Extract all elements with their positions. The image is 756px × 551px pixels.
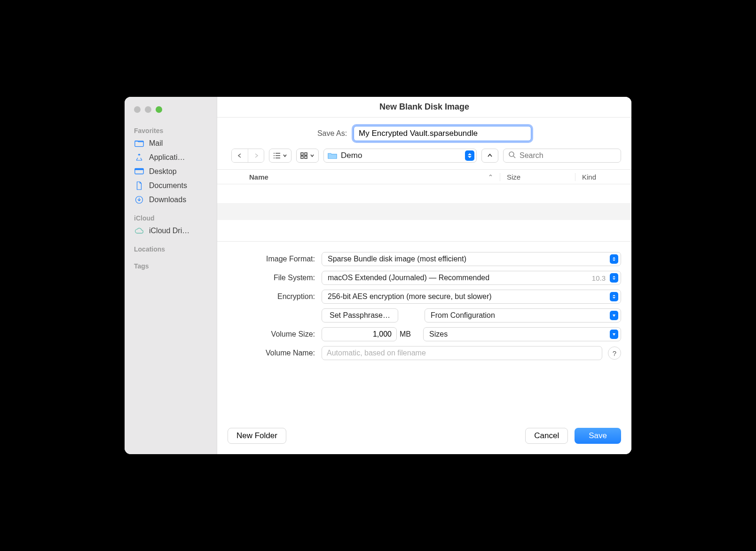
minimize-window-icon[interactable]: [145, 106, 151, 113]
window-controls: [125, 105, 217, 121]
collapse-button[interactable]: [481, 149, 498, 163]
select-arrow-icon: [610, 292, 618, 301]
applications-icon: [134, 153, 144, 162]
sidebar-header-favorites: Favorites: [134, 124, 217, 136]
back-button[interactable]: [232, 149, 248, 162]
sidebar-item-mail[interactable]: Mail: [134, 136, 217, 150]
svg-rect-6: [301, 156, 303, 158]
search-input[interactable]: [520, 151, 616, 160]
save-as-input[interactable]: [354, 126, 531, 141]
image-format-label: Image Format:: [228, 255, 322, 263]
column-name[interactable]: Name ⌃: [249, 173, 500, 181]
volume-name-label: Volume Name:: [228, 349, 322, 357]
zoom-window-icon[interactable]: [156, 106, 162, 113]
view-group-button[interactable]: [296, 149, 319, 163]
image-format-select[interactable]: Sparse Bundle disk image (most efficient…: [322, 252, 621, 266]
cancel-button[interactable]: Cancel: [525, 428, 568, 444]
help-button[interactable]: ?: [608, 346, 621, 360]
location-select[interactable]: Demo: [323, 149, 477, 163]
set-passphrase-button[interactable]: Set Passphrase…: [322, 308, 398, 323]
select-arrow-icon: [610, 330, 618, 339]
svg-rect-4: [301, 153, 303, 155]
save-dialog: Favorites Mail Applicati… Desktop: [125, 97, 631, 454]
forward-button[interactable]: [248, 149, 264, 162]
form: Image Format: Sparse Bundle disk image (…: [217, 242, 631, 367]
file-system-label: File System:: [228, 274, 322, 282]
encryption-label: Encryption:: [228, 292, 322, 301]
desktop-icon: [134, 167, 144, 176]
column-header-row: Name ⌃ Size Kind: [217, 169, 631, 184]
save-button[interactable]: Save: [575, 428, 621, 444]
sizes-select[interactable]: Sizes: [423, 327, 621, 341]
sidebar-item-documents[interactable]: Documents: [134, 179, 217, 193]
sidebar-item-icloud-drive[interactable]: iCloud Dri…: [134, 224, 217, 238]
sort-indicator-icon: ⌃: [488, 173, 493, 181]
cloud-icon: [134, 226, 144, 236]
new-folder-button[interactable]: New Folder: [228, 428, 286, 444]
sidebar: Favorites Mail Applicati… Desktop: [125, 97, 217, 454]
volume-name-input[interactable]: [322, 346, 602, 360]
downloads-icon: [134, 195, 144, 205]
sidebar-header-icloud: iCloud: [134, 212, 217, 224]
select-arrow-icon: [610, 254, 618, 264]
document-icon: [134, 181, 144, 190]
sidebar-item-desktop[interactable]: Desktop: [134, 165, 217, 179]
svg-rect-7: [305, 156, 307, 158]
select-arrow-icon: [610, 311, 618, 320]
file-system-select[interactable]: macOS Extended (Journaled) — Recommended…: [322, 271, 621, 285]
location-stepper-icon: [465, 150, 474, 161]
sidebar-header-locations: Locations: [134, 243, 217, 255]
svg-point-8: [509, 152, 514, 157]
search-icon: [508, 151, 516, 160]
sidebar-item-applications[interactable]: Applicati…: [134, 150, 217, 165]
folder-icon: [328, 152, 337, 159]
save-as-label: Save As:: [317, 129, 347, 138]
volume-size-unit: MB: [400, 330, 418, 338]
folder-icon: [134, 139, 144, 148]
volume-size-label: Volume Size:: [228, 330, 322, 338]
volume-size-input[interactable]: [322, 327, 397, 341]
sidebar-header-tags: Tags: [134, 260, 217, 272]
sidebar-item-downloads[interactable]: Downloads: [134, 193, 217, 207]
svg-rect-2: [135, 168, 143, 170]
encryption-select[interactable]: 256-bit AES encryption (more secure, but…: [322, 290, 621, 304]
select-arrow-icon: [610, 273, 618, 283]
close-window-icon[interactable]: [134, 106, 141, 113]
search-field[interactable]: [503, 149, 621, 163]
file-list[interactable]: [217, 184, 631, 242]
nav-segment: [231, 149, 264, 163]
svg-rect-5: [305, 153, 307, 155]
column-size[interactable]: Size: [500, 173, 575, 181]
view-list-button[interactable]: [269, 149, 291, 163]
window-title: New Blank Disk Image: [217, 97, 631, 118]
column-kind[interactable]: Kind: [575, 173, 631, 181]
passphrase-source-select[interactable]: From Configuration: [425, 308, 621, 323]
